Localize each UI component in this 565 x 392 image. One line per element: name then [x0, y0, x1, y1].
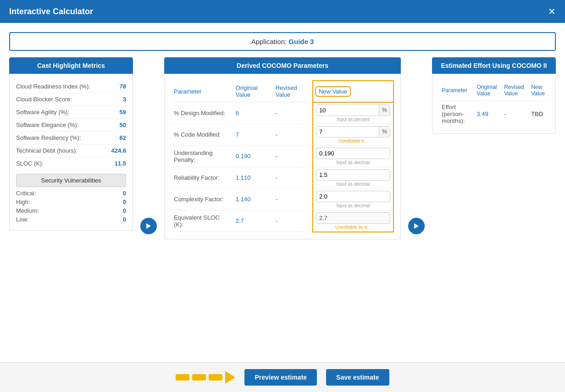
effort-row: Effort (person-months): 3.49 - TBD: [439, 101, 549, 127]
new-value-input[interactable]: [316, 191, 390, 202]
effort-col-new: New Value: [528, 80, 549, 101]
new-value-input[interactable]: [316, 169, 390, 181]
app-bar: Application: Guide 3: [9, 32, 556, 51]
input-hint: Input as decimal: [316, 160, 390, 165]
vuln-low-label: Low:: [16, 216, 28, 223]
param-new-value-cell: Uneditable by d...: [313, 210, 393, 232]
col-parameter: Parameter: [171, 81, 233, 102]
right-panel: Estimated Effort Using COCOMO II Paramet…: [432, 57, 556, 134]
effort-revised-value: -: [501, 101, 528, 127]
security-vulnerabilities-button[interactable]: Security Vulnerabilities: [16, 174, 126, 187]
metric-label: Software Agility (%):: [16, 109, 69, 116]
metric-label: Technical Debt (hours):: [16, 147, 78, 154]
effort-orig-value: 3.49: [474, 101, 502, 127]
svg-marker-1: [414, 223, 419, 229]
metric-label: Software Elegance (%):: [16, 121, 79, 128]
metric-label: Cloud Blocker Score:: [16, 96, 72, 103]
right-panel-header: Estimated Effort Using COCOMO II: [432, 57, 556, 74]
param-new-value-cell: %Input as percent: [313, 102, 393, 124]
metric-row: Software Elegance (%): 50: [16, 119, 126, 132]
app-bar-value: Guide 3: [288, 38, 314, 45]
center-panel-header: Derived COCOMO Parameters: [164, 57, 401, 74]
new-value-input[interactable]: [316, 127, 379, 137]
right-panel-body: Parameter Originial Value Revised Value …: [432, 74, 556, 134]
effort-col-orig: Originial Value: [474, 80, 502, 101]
param-name: Equivalent SLOC (K):: [171, 210, 233, 232]
cocomo-row: % Design Modified:6-%Input as percent: [171, 102, 393, 124]
left-panel: Cast Highlight Metrics Cloud Readiness I…: [9, 57, 133, 231]
app-bar-label: Application:: [251, 38, 287, 45]
param-name: Understanding Penalty:: [171, 145, 233, 167]
cocomo-row: Equivalent SLOC (K):2.7-Uneditable by d.…: [171, 210, 393, 232]
modal-header: Interactive Calculator ✕: [0, 0, 565, 23]
param-revised-value: -: [273, 167, 313, 188]
vuln-critical-value: 0: [123, 190, 126, 197]
param-revised-value: -: [273, 188, 313, 210]
input-hint: Input as decimal: [316, 203, 390, 208]
metric-row: Cloud Blocker Score: 3: [16, 93, 126, 106]
input-unit: %: [379, 127, 390, 137]
col-new-value: New Value: [313, 81, 393, 102]
vuln-medium-value: 0: [123, 207, 126, 214]
effort-param-label: Effort (person-months):: [439, 101, 474, 127]
metric-row: SLOC (K): 11.5: [16, 157, 126, 170]
metric-value: 50: [120, 121, 126, 128]
param-orig-value: 1.140: [233, 188, 273, 210]
param-orig-value: 0.190: [233, 145, 273, 167]
close-button[interactable]: ✕: [548, 7, 556, 16]
metric-value: 11.5: [115, 160, 126, 167]
metric-value: 62: [120, 134, 126, 141]
dash-1: [176, 374, 189, 381]
uneditable-input-group: [316, 212, 390, 224]
param-revised-value: -: [273, 102, 313, 124]
vuln-high-label: High:: [16, 199, 30, 205]
dash-2: [192, 374, 206, 381]
svg-marker-0: [146, 223, 151, 229]
dash-3: [209, 374, 222, 381]
param-new-value-cell: %Uneditable b...: [313, 124, 393, 145]
col-revised-value: Revised Value: [273, 81, 313, 102]
preview-estimate-button[interactable]: Preview estimate: [244, 369, 317, 386]
metric-value: 3: [123, 96, 126, 103]
metric-row: Software Agility (%): 59: [16, 106, 126, 119]
input-group: %: [316, 105, 390, 116]
vuln-low-value: 0: [123, 216, 126, 223]
param-orig-value: 6: [233, 102, 273, 124]
effort-col-revised: Revised Value: [501, 80, 528, 101]
cocomo-row: Understanding Penalty:0.190-Input as dec…: [171, 145, 393, 167]
vuln-critical-label: Critical:: [16, 190, 36, 197]
param-name: % Design Modified:: [171, 102, 233, 124]
metric-row: Technical Debt (hours): 424.6: [16, 144, 126, 157]
input-group: %: [316, 126, 390, 138]
new-value-input[interactable]: [316, 105, 379, 116]
metric-value: 424.6: [111, 147, 126, 154]
right-arrow-button[interactable]: [408, 218, 425, 234]
param-revised-value: -: [273, 145, 313, 167]
param-name: % Code Modified:: [171, 124, 233, 145]
modal-title: Interactive Calculator: [9, 7, 93, 17]
modal-footer: Preview estimate Save estimate: [0, 362, 565, 392]
input-hint: Input as percent: [316, 117, 390, 122]
param-orig-value: 1.110: [233, 167, 273, 188]
new-value-input[interactable]: [316, 148, 390, 159]
cocomo-table: Parameter Originial Value Revised Value …: [171, 80, 394, 232]
vuln-medium-label: Medium:: [16, 207, 39, 214]
param-name: Complexity Factor:: [171, 188, 233, 210]
new-value-header-label: New Value: [319, 88, 347, 95]
vuln-low-row: Low: 0: [16, 215, 126, 224]
modal-body: Application: Guide 3 Cast Highlight Metr…: [0, 23, 565, 362]
input-hint: Uneditable by d...: [316, 225, 390, 230]
save-estimate-button[interactable]: Save estimate: [326, 369, 389, 386]
param-orig-value: 2.7: [233, 210, 273, 232]
param-name: Reliability Factor:: [171, 167, 233, 188]
left-arrow-button[interactable]: [140, 218, 157, 234]
metric-value: 78: [120, 83, 126, 90]
col-orig-value: Originial Value: [233, 81, 273, 102]
metric-row: Software Resiliency (%): 62: [16, 132, 126, 144]
effort-new-value: TBD: [528, 101, 549, 127]
uneditable-input: [316, 213, 390, 223]
metric-label: SLOC (K):: [16, 160, 44, 167]
param-new-value-cell: Input as decimal: [313, 188, 393, 210]
vuln-high-row: High: 0: [16, 198, 126, 206]
input-unit: %: [379, 105, 390, 115]
